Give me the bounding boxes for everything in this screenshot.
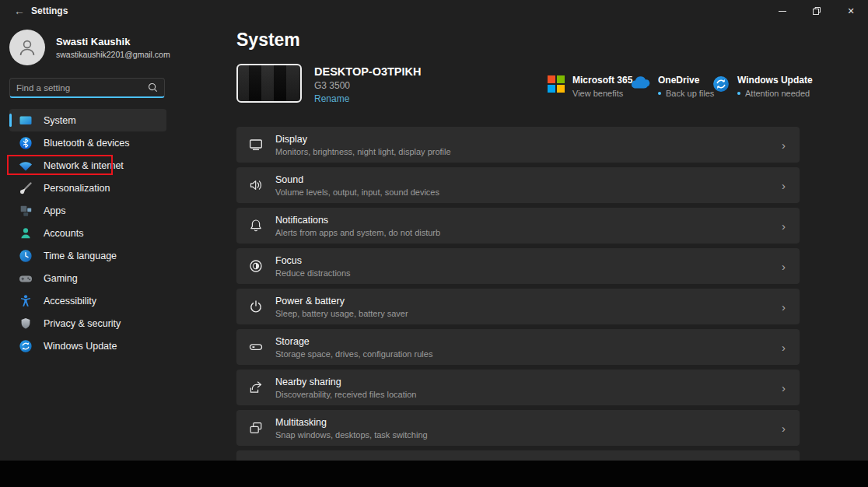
search-input[interactable] (16, 83, 148, 93)
sidebar-item-windows-update[interactable]: Windows Update (9, 335, 166, 357)
profile-email: swastikaushik2201@gmail.com (56, 50, 170, 59)
row-subtitle: Alerts from apps and system, do not dist… (275, 228, 440, 237)
chevron-right-icon (782, 422, 786, 434)
settings-row-multitasking[interactable]: Multitasking Snap windows, desktops, tas… (236, 410, 800, 446)
chevron-right-icon (782, 220, 786, 232)
card-subtitle: Back up files (658, 89, 714, 98)
power-icon (248, 299, 264, 314)
multitasking-icon (248, 420, 264, 436)
row-text: Focus Reduce distractions (275, 255, 351, 278)
chevron-right-icon (782, 301, 786, 313)
row-text: Multitasking Snap windows, desktops, tas… (275, 417, 428, 440)
row-text: Notifications Alerts from apps and syste… (275, 215, 440, 237)
windows-update-card[interactable]: Windows Update Attention needed (712, 75, 813, 98)
restore-icon (812, 6, 821, 16)
brush-icon (18, 180, 33, 196)
window-controls (765, 0, 868, 22)
accessibility-icon (18, 293, 33, 309)
sidebar-item-label: Network & internet (44, 160, 124, 171)
row-subtitle: Reduce distractions (275, 268, 351, 278)
settings-row-power-battery[interactable]: Power & battery Sleep, battery usage, ba… (236, 289, 800, 324)
sidebar-item-personalization[interactable]: Personalization (9, 177, 166, 199)
person-icon (17, 37, 37, 58)
settings-row-storage[interactable]: Storage Storage space, drives, configura… (236, 329, 800, 365)
sidebar-item-label: Windows Update (44, 341, 117, 352)
card-text: Windows Update Attention needed (737, 75, 813, 98)
row-subtitle: Snap windows, desktops, task switching (275, 430, 428, 440)
settings-row-display[interactable]: Display Monitors, brightness, night ligh… (236, 127, 800, 163)
titlebar: Settings (0, 0, 868, 22)
device-header: DESKTOP-O3TPIKH G3 3500 Rename (236, 64, 422, 105)
chevron-right-icon (782, 261, 786, 272)
storage-icon (248, 339, 264, 355)
sidebar-item-label: Personalization (44, 183, 110, 194)
microsoft-365-card[interactable]: Microsoft 365 View benefits (548, 75, 632, 98)
row-title: Multitasking (275, 417, 428, 428)
row-title: Storage (275, 336, 432, 347)
chevron-right-icon (782, 342, 786, 353)
sidebar: Swasti Kaushik swastikaushik2201@gmail.c… (0, 22, 227, 461)
row-text: Storage Storage space, drives, configura… (275, 336, 432, 359)
row-subtitle: Storage space, drives, configuration rul… (275, 349, 432, 359)
card-text: OneDrive Back up files (658, 75, 714, 98)
sidebar-item-bluetooth-devices[interactable]: Bluetooth & devices (9, 131, 166, 154)
settings-row-partial[interactable] (236, 450, 800, 461)
rename-link[interactable]: Rename (314, 93, 349, 104)
back-icon[interactable] (9, 2, 30, 19)
sidebar-item-apps[interactable]: Apps (9, 199, 166, 222)
card-title: Windows Update (737, 75, 813, 86)
close-button[interactable] (834, 0, 868, 22)
restore-button[interactable] (800, 0, 834, 22)
sidebar-item-accessibility[interactable]: Accessibility (9, 289, 166, 312)
card-text: Microsoft 365 View benefits (572, 75, 632, 98)
sidebar-item-label: Time & language (44, 251, 117, 261)
sidebar-item-time-language[interactable]: Time & language (9, 244, 166, 267)
profile-card[interactable]: Swasti Kaushik swastikaushik2201@gmail.c… (9, 30, 170, 65)
sidebar-item-label: Privacy & security (44, 318, 121, 329)
card-title: OneDrive (658, 75, 714, 86)
onedrive-card[interactable]: OneDrive Back up files (629, 75, 714, 98)
sidebar-item-label: Bluetooth & devices (44, 138, 130, 149)
windows-update-icon (712, 75, 730, 93)
wifi-icon (18, 158, 33, 173)
profile-name: Swasti Kaushik (56, 36, 170, 47)
app-title: Settings (31, 5, 68, 16)
display-icon (248, 137, 264, 152)
bell-icon (248, 218, 264, 233)
settings-row-focus[interactable]: Focus Reduce distractions (236, 248, 800, 284)
row-subtitle: Volume levels, output, input, sound devi… (275, 187, 439, 197)
system-icon (18, 113, 33, 128)
card-title: Microsoft 365 (572, 75, 632, 86)
profile-text: Swasti Kaushik swastikaushik2201@gmail.c… (56, 36, 170, 59)
card-subtitle: View benefits (572, 89, 632, 98)
sidebar-item-gaming[interactable]: Gaming (9, 267, 166, 289)
bottom-black-band (0, 461, 868, 487)
row-subtitle: Monitors, brightness, night light, displ… (275, 147, 451, 156)
selected-indicator (9, 114, 12, 127)
search-box (9, 78, 165, 98)
settings-row-sound[interactable]: Sound Volume levels, output, input, soun… (236, 167, 800, 203)
device-thumbnail (236, 64, 302, 103)
sidebar-item-network-internet[interactable]: Network & internet (9, 154, 166, 177)
row-text: Nearby sharing Discoverability, received… (275, 377, 416, 399)
search-icon (148, 82, 158, 93)
sidebar-nav: System Bluetooth & devices (9, 109, 166, 357)
settings-list: Display Monitors, brightness, night ligh… (236, 127, 800, 461)
row-subtitle: Sleep, battery usage, battery saver (275, 309, 408, 318)
sidebar-item-accounts[interactable]: Accounts (9, 222, 166, 244)
sidebar-item-privacy-security[interactable]: Privacy & security (9, 312, 166, 335)
status-dot (658, 92, 661, 95)
sidebar-item-system[interactable]: System (9, 109, 166, 131)
row-title: Nearby sharing (275, 377, 416, 387)
settings-row-nearby-sharing[interactable]: Nearby sharing Discoverability, received… (236, 370, 800, 405)
settings-row-notifications[interactable]: Notifications Alerts from apps and syste… (236, 208, 800, 243)
minimize-button[interactable] (765, 0, 800, 22)
device-model: G3 3500 (314, 80, 422, 91)
sidebar-item-label: System (44, 115, 76, 126)
gamepad-icon (18, 271, 33, 286)
row-title: Notifications (275, 215, 440, 226)
page-title: System (236, 30, 300, 51)
focus-icon (248, 258, 264, 274)
windows-update-icon (18, 338, 33, 354)
row-title: Display (275, 134, 451, 145)
